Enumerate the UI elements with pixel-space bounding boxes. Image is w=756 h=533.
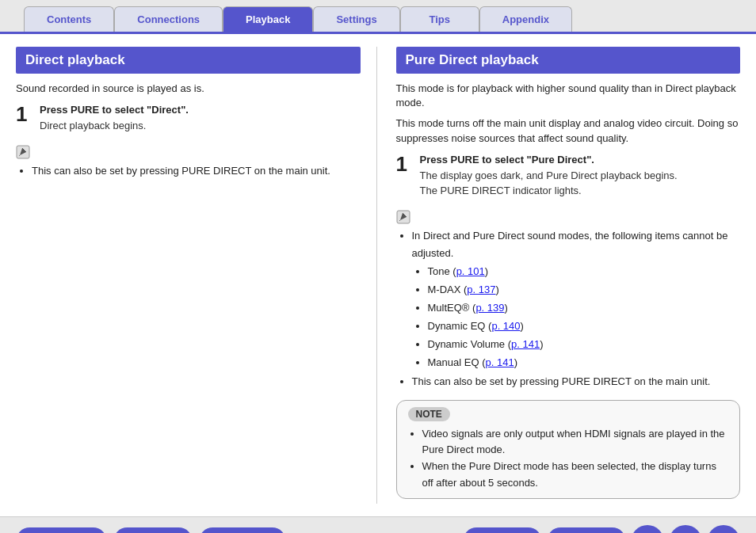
pure-item-multeq: MultEQ® (p. 139)	[428, 299, 741, 317]
note-box-item-1: Video signals are only output when HDMI …	[422, 426, 729, 459]
pure-step1-title: Press PURE to select "Pure Direct".	[420, 154, 741, 166]
pure-note2: This can also be set by pressing PURE DI…	[412, 373, 741, 390]
pure-step1-content: Press PURE to select "Pure Direct". The …	[420, 154, 741, 199]
step-number-1: 1	[16, 104, 33, 124]
mdax-link[interactable]: p. 137	[467, 284, 495, 295]
home-button[interactable]	[631, 525, 664, 533]
tab-settings[interactable]: Settings	[313, 6, 399, 32]
manual-eq-link[interactable]: p. 141	[485, 356, 514, 368]
pure-items-list: Tone (p. 101) M-DAX (p. 137) MultEQ® (p.…	[428, 263, 741, 372]
pure-direct-subtitle2: This mode turns off the main unit displa…	[396, 116, 741, 145]
pure-direct-subtitle1: This mode is for playback with higher so…	[396, 82, 741, 110]
tab-connections[interactable]: Connections	[114, 6, 223, 32]
note-box: NOTE Video signals are only output when …	[396, 400, 741, 499]
pure-note-intro: In Direct and Pure Direct sound modes, t…	[412, 227, 741, 262]
pure-direct-section: Pure Direct playback This mode is for pl…	[393, 47, 741, 504]
pure-step1: 1 Press PURE to select "Pure Direct". Th…	[396, 154, 741, 199]
pure-step1-desc2: The PURE DIRECT indicator lights.	[420, 183, 741, 199]
main-content: Direct playback Sound recorded in source…	[0, 34, 756, 516]
step1-content: Press PURE to select "Direct". Direct pl…	[40, 104, 361, 134]
pure-notes-list: In Direct and Pure Direct sound modes, t…	[412, 227, 741, 390]
step1-desc: Direct playback begins.	[40, 118, 361, 134]
pure-item-dynamic-vol: Dynamic Volume (p. 141)	[428, 336, 741, 353]
front-panel-button[interactable]: Front panel	[16, 527, 107, 533]
direct-note-list: This can also be set by pressing PURE DI…	[32, 162, 361, 180]
direct-playback-header: Direct playback	[16, 47, 361, 74]
direct-note-item: This can also be set by pressing PURE DI…	[32, 162, 361, 180]
tab-tips[interactable]: Tips	[400, 6, 479, 32]
pure-item-tone: Tone (p. 101)	[428, 263, 741, 280]
multeq-link[interactable]: p. 139	[475, 302, 504, 314]
note-box-list: Video signals are only output when HDMI …	[422, 426, 729, 492]
footer: Front panel Display Rear panel 105 Remot…	[0, 516, 756, 533]
pure-item-mdax: M-DAX (p. 137)	[428, 281, 741, 299]
direct-step1: 1 Press PURE to select "Direct". Direct …	[16, 104, 361, 134]
tone-link[interactable]: p. 101	[456, 265, 485, 277]
pencil-icon	[16, 145, 30, 159]
dynamic-eq-link[interactable]: p. 140	[491, 320, 520, 332]
note-box-label: NOTE	[408, 407, 450, 421]
step1-title: Press PURE to select "Direct".	[40, 104, 361, 116]
dynamic-vol-link[interactable]: p. 141	[511, 338, 540, 350]
tab-playback[interactable]: Playback	[223, 6, 313, 32]
index-button[interactable]: Index	[547, 527, 626, 533]
direct-playback-subtitle: Sound recorded in source is played as is…	[16, 82, 361, 96]
forward-button[interactable]	[707, 525, 740, 533]
pure-item-manual-eq: Manual EQ (p. 141)	[428, 354, 741, 371]
note-box-item-2: When the Pure Direct mode has been selec…	[422, 459, 729, 492]
footer-right-buttons: Remote Index	[463, 525, 740, 533]
pure-pencil-icon	[396, 210, 410, 224]
rear-panel-button[interactable]: Rear panel	[199, 527, 286, 533]
pure-item-dynamic-eq: Dynamic EQ (p. 140)	[428, 318, 741, 335]
pure-step-number-1: 1	[396, 154, 414, 174]
pure-step1-desc1: The display goes dark, and Pure Direct p…	[420, 168, 741, 184]
display-button[interactable]: Display	[113, 527, 193, 533]
tab-appendix[interactable]: Appendix	[479, 6, 572, 32]
remote-button[interactable]: Remote	[463, 527, 542, 533]
direct-playback-section: Direct playback Sound recorded in source…	[16, 47, 377, 504]
tab-navigation: Contents Connections Playback Settings T…	[0, 0, 756, 34]
pure-direct-header: Pure Direct playback	[396, 47, 741, 74]
back-button[interactable]	[669, 525, 702, 533]
tab-contents[interactable]: Contents	[24, 6, 114, 32]
